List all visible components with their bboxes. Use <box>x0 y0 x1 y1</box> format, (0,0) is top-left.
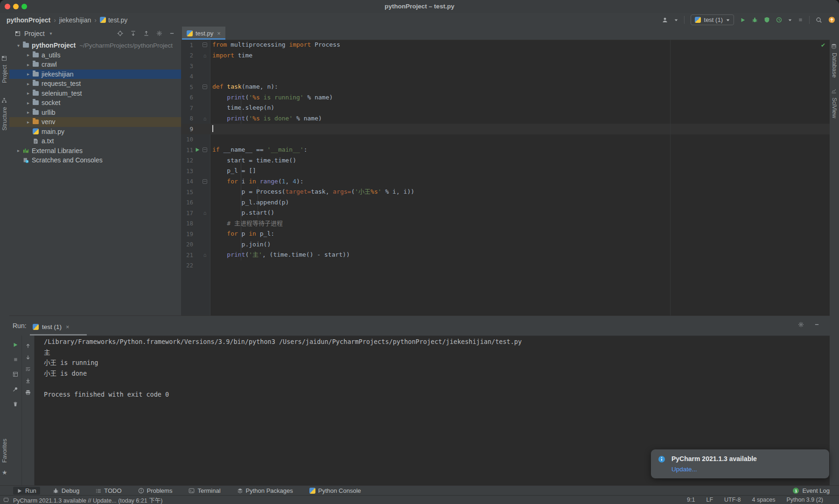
tree-item[interactable]: ▸venv <box>9 117 181 127</box>
tree-item-label: main.py <box>42 128 64 135</box>
run-tab[interactable]: test (1) × <box>30 319 72 334</box>
project-panel-title[interactable]: Project <box>24 30 45 37</box>
editor-area[interactable]: test.py × 12⌂345678⌂91011121314151617⌂18… <box>181 27 830 315</box>
tool-window-tab-problems[interactable]: Problems <box>134 487 176 495</box>
scroll-end-icon[interactable] <box>25 378 31 384</box>
tree-item[interactable]: ▸socket <box>9 98 181 108</box>
stripe-label-project[interactable]: Project <box>1 65 8 83</box>
tree-item[interactable]: main.py <box>9 127 181 137</box>
fold-marker-icon[interactable] <box>201 42 209 47</box>
code-area[interactable]: from multiprocessing import Processimpor… <box>210 40 830 315</box>
status-item[interactable]: 4 spaces <box>752 497 775 503</box>
libraries-icon <box>22 147 29 154</box>
tree-item[interactable]: ▾pythonProject~/PycharmProjects/pythonPr… <box>9 41 181 50</box>
project-tool-icon[interactable] <box>1 56 7 61</box>
tree-item[interactable]: ▸selenium_test <box>9 89 181 98</box>
clear-icon[interactable] <box>13 401 18 407</box>
stop-icon[interactable] <box>13 357 18 362</box>
chevron-down-icon[interactable]: ▾ <box>48 31 55 36</box>
database-icon[interactable] <box>831 43 837 49</box>
tree-item[interactable]: Scratches and Consoles <box>9 155 181 165</box>
notification-balloon[interactable]: PyCharm 2021.1.3 available Update... <box>651 449 829 478</box>
sciview-icon[interactable] <box>831 88 837 94</box>
up-stack-icon[interactable] <box>25 343 31 349</box>
status-widget-icon[interactable] <box>3 497 9 503</box>
editor-tab-testpy[interactable]: test.py × <box>182 27 225 40</box>
hide-icon[interactable] <box>814 322 819 328</box>
tree-item[interactable]: ▸External Libraries <box>9 146 181 156</box>
run-button[interactable] <box>740 17 746 23</box>
collapse-all-icon[interactable] <box>143 30 149 36</box>
code-line: p_l = [] <box>210 166 830 176</box>
locate-icon[interactable] <box>117 30 123 36</box>
todo-icon <box>96 488 101 494</box>
status-item[interactable]: 9:1 <box>687 497 695 503</box>
stripe-label-sciview[interactable]: SciView <box>831 98 838 118</box>
chevron-collapsed-icon[interactable]: ▸ <box>25 119 32 125</box>
soft-wrap-icon[interactable] <box>25 366 31 372</box>
status-item[interactable]: Python 3.9 (2) <box>786 497 823 503</box>
stripe-label-database[interactable]: Database <box>831 53 838 78</box>
tree-item[interactable]: ▸requests_test <box>9 79 181 89</box>
settings-icon[interactable] <box>156 30 162 36</box>
chevron-collapsed-icon[interactable]: ▸ <box>15 148 22 153</box>
chevron-collapsed-icon[interactable]: ▸ <box>25 110 32 115</box>
tool-window-tab-todo[interactable]: TODO <box>92 487 125 495</box>
window-title: pythonProject – test.py <box>0 0 839 13</box>
update-available-icon[interactable] <box>828 16 835 23</box>
chevron-collapsed-icon[interactable]: ▸ <box>25 52 32 57</box>
stripe-label-favorites[interactable]: Favorites <box>1 439 8 462</box>
chevron-collapsed-icon[interactable]: ▸ <box>25 71 32 77</box>
chevron-collapsed-icon[interactable]: ▸ <box>25 100 32 105</box>
breadcrumb-item[interactable]: jiekeshijian <box>59 16 91 24</box>
chevron-collapsed-icon[interactable]: ▸ <box>25 81 32 86</box>
restore-layout-icon[interactable] <box>13 371 18 377</box>
event-log-button[interactable]: 1 Event Log <box>793 487 830 494</box>
inspections-ok-icon[interactable]: ✔ <box>821 42 825 49</box>
update-link[interactable]: Update... <box>671 466 697 473</box>
profiler-button[interactable] <box>776 17 782 23</box>
tree-item[interactable]: ▸jiekeshijian <box>9 70 181 79</box>
fold-marker-icon[interactable] <box>201 84 209 89</box>
print-icon[interactable] <box>25 390 31 395</box>
breadcrumb-item[interactable]: pythonProject <box>7 16 50 24</box>
tree-item[interactable]: ▸a_utils <box>9 50 181 60</box>
run-configuration-selector[interactable]: test (1) <box>691 14 734 25</box>
structure-icon[interactable] <box>1 98 7 103</box>
close-icon[interactable]: × <box>217 30 221 37</box>
close-icon[interactable]: × <box>66 323 70 330</box>
pin-icon[interactable] <box>13 386 18 392</box>
chevron-collapsed-icon[interactable]: ▸ <box>25 62 32 67</box>
tree-item[interactable]: ▸urllib <box>9 108 181 118</box>
tool-window-tab-run[interactable]: Run <box>13 487 40 495</box>
stripe-label-structure[interactable]: Structure <box>1 107 8 131</box>
search-icon[interactable] <box>816 17 822 23</box>
user-icon[interactable] <box>662 17 668 23</box>
fold-marker-icon[interactable] <box>201 179 209 184</box>
status-item[interactable]: UTF-8 <box>724 497 741 503</box>
debug-button[interactable] <box>752 17 758 23</box>
fold-marker-icon[interactable] <box>201 147 209 152</box>
rerun-icon[interactable] <box>13 342 18 348</box>
settings-icon[interactable] <box>798 322 804 328</box>
chevron-down-icon[interactable] <box>674 18 678 22</box>
tree-item[interactable]: a.txt <box>9 136 181 146</box>
code-line: for p in p_l: <box>210 229 830 239</box>
breadcrumb-item[interactable]: test.py <box>100 16 127 24</box>
chevron-collapsed-icon[interactable]: ▸ <box>25 91 32 96</box>
expand-all-icon[interactable] <box>130 30 136 36</box>
tool-window-tab-python-packages[interactable]: Python Packages <box>233 487 297 495</box>
tool-window-tab-terminal[interactable]: Terminal <box>185 487 224 495</box>
chevron-down-icon[interactable] <box>788 18 792 22</box>
hide-icon[interactable] <box>169 31 175 36</box>
run-with-coverage-button[interactable] <box>764 17 770 23</box>
status-item[interactable]: LF <box>706 497 713 503</box>
down-stack-icon[interactable] <box>25 355 31 360</box>
chevron-expanded-icon[interactable]: ▾ <box>15 43 22 48</box>
gutter-line: 21⌂ <box>181 250 210 260</box>
tool-window-tab-python-console[interactable]: Python Console <box>306 487 365 495</box>
tool-window-tab-debug[interactable]: Debug <box>49 487 83 495</box>
run-line-icon[interactable] <box>193 147 201 153</box>
status-message[interactable]: PyCharm 2021.1.3 available // Update... … <box>13 496 162 504</box>
tree-item[interactable]: ▸crawl <box>9 60 181 70</box>
